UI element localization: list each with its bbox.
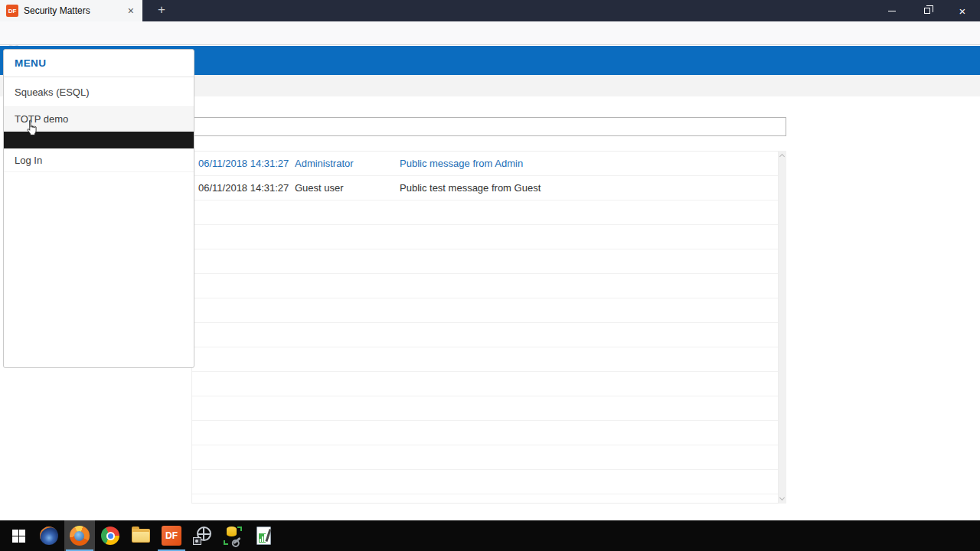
restore-icon <box>924 8 930 14</box>
scroll-down-icon[interactable] <box>779 495 785 500</box>
message-text[interactable]: Public message from Admin <box>400 158 778 169</box>
taskbar-remote-globe[interactable] <box>187 520 217 551</box>
new-tab-button[interactable]: + <box>150 0 173 21</box>
firefox-blue-icon <box>40 527 58 545</box>
message-user[interactable]: Administrator <box>295 158 400 169</box>
page-content: 06/11/2018 14:31:27 Administrator Public… <box>0 46 980 520</box>
minimize-icon <box>888 11 896 11</box>
close-button[interactable]: × <box>945 0 980 21</box>
taskbar-file-explorer[interactable] <box>126 520 156 551</box>
dropdown-menu: MENU Squeaks (ESQL) TOTP demo Log In <box>3 49 194 368</box>
restore-button[interactable] <box>910 0 945 21</box>
table-row-empty <box>192 274 778 298</box>
start-button[interactable] <box>3 520 34 551</box>
table-row-empty <box>192 396 778 421</box>
remote-globe-icon <box>193 527 211 545</box>
window-controls: × <box>874 0 980 21</box>
menu-title: MENU <box>4 50 194 77</box>
table-row-empty <box>192 225 778 249</box>
table-row-empty <box>192 323 778 347</box>
table-row-empty <box>192 347 778 372</box>
message-input[interactable] <box>191 117 786 136</box>
table-row-empty <box>192 445 778 470</box>
menu-item-log-in[interactable]: Log In <box>4 148 194 172</box>
browser-toolbar: https://securitymatters.test/Index.html <box>0 21 980 45</box>
menu-item-squeaks-esql[interactable]: Squeaks (ESQL) <box>4 77 194 107</box>
table-row-empty <box>192 372 778 396</box>
table-row-empty <box>192 298 778 323</box>
browser-titlebar: DF Security Matters × + × <box>0 0 980 21</box>
df-app-icon: DF <box>162 526 181 546</box>
taskbar-log-viewer[interactable] <box>248 520 279 551</box>
windows-logo-icon <box>12 530 25 543</box>
file-explorer-icon <box>132 529 150 543</box>
minimize-button[interactable] <box>874 0 910 21</box>
scroll-up-icon[interactable] <box>779 154 785 159</box>
taskbar-firefox-blue[interactable] <box>34 520 64 551</box>
log-viewer-icon <box>256 527 271 545</box>
taskbar-df-app[interactable]: DF <box>156 520 187 551</box>
message-time[interactable]: 06/11/2018 14:31:27 <box>198 158 295 169</box>
desktop: DF Security Matters × + × <box>0 0 980 551</box>
tab-title: Security Matters <box>24 5 126 16</box>
taskbar: DF <box>0 520 980 551</box>
table-row-empty <box>192 470 778 494</box>
browser-tab[interactable]: DF Security Matters × <box>0 0 142 21</box>
site-favicon: DF <box>6 5 18 17</box>
table-row: 06/11/2018 14:31:27 Guest user Public te… <box>192 176 778 201</box>
table-row[interactable]: 06/11/2018 14:31:27 Administrator Public… <box>192 152 778 176</box>
message-text: Public test message from Guest <box>400 182 778 194</box>
table-row-empty <box>192 421 778 445</box>
mouse-cursor-hand <box>26 119 38 136</box>
close-icon: × <box>959 5 966 17</box>
database-tools-icon <box>224 527 242 545</box>
table-row-empty <box>192 249 778 274</box>
message-time: 06/11/2018 14:31:27 <box>198 182 295 194</box>
messages-table: 06/11/2018 14:31:27 Administrator Public… <box>191 151 779 504</box>
table-row-empty <box>192 494 778 504</box>
firefox-icon <box>70 526 90 546</box>
tab-close-icon[interactable]: × <box>126 5 136 16</box>
chrome-icon <box>101 527 119 545</box>
taskbar-database-tools[interactable] <box>217 520 248 551</box>
table-scrollbar[interactable] <box>779 151 786 504</box>
taskbar-firefox[interactable] <box>64 520 95 551</box>
taskbar-chrome[interactable] <box>95 520 126 551</box>
message-user: Guest user <box>295 182 400 194</box>
table-row-empty <box>192 201 778 225</box>
